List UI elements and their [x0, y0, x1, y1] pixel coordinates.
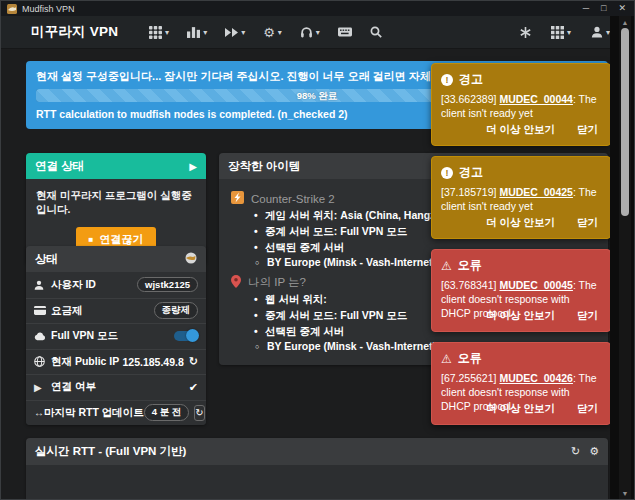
toast-msg-prefix: [67.255621]: [441, 372, 499, 384]
status-label: 요금제: [51, 304, 154, 318]
toast-message: [37.185719] MUDEC_00425: The client isn'…: [441, 185, 601, 213]
fast-forward-icon: [225, 27, 238, 38]
nav-keyboard-button[interactable]: [338, 27, 352, 37]
scroll-down-arrow[interactable]: ▼: [619, 487, 631, 499]
scrollbar-thumb[interactable]: [621, 28, 629, 216]
toast-msg-prefix: [63.768341]: [441, 279, 499, 291]
status-label: 연결 여부: [51, 380, 189, 394]
info-circle-icon: !: [441, 74, 453, 86]
chevron-down-icon: ▾: [165, 28, 169, 37]
error-code-link[interactable]: MUDEC_00045: [499, 279, 573, 291]
check-icon: ✔: [189, 381, 198, 394]
nav-stats-menu[interactable]: ▾: [187, 26, 207, 38]
cloud-icon: [34, 332, 51, 341]
status-label: Full VPN 모드: [51, 329, 174, 343]
connection-message: 현재 미꾸라지 프로그램이 실행중입니다.: [36, 189, 196, 217]
toast-header: ⚠ 오류: [441, 350, 601, 367]
map-pin-icon: [231, 275, 241, 290]
error-code-link[interactable]: MUDEC_00044: [499, 93, 573, 105]
chevron-down-icon: ▾: [567, 28, 571, 37]
nav-forward-menu[interactable]: ▾: [225, 27, 245, 38]
error-code-link[interactable]: MUDEC_00425: [499, 186, 573, 198]
nav-settings-menu[interactable]: ⚙ ▾: [263, 26, 282, 39]
nav-account-menu[interactable]: ▾: [591, 26, 610, 38]
close-toast-button[interactable]: 닫기: [577, 309, 598, 323]
status-row-connected: ▶ 연결 여부 ✔: [26, 374, 206, 400]
warning-triangle-icon: ⚠: [441, 353, 452, 365]
rtt-chart: 60 ms: [26, 465, 608, 500]
rtt-panel-title: 실시간 RTT - (Full VPN 기반): [35, 444, 186, 459]
minimize-button[interactable]: ─: [583, 1, 589, 16]
close-toast-button[interactable]: 닫기: [577, 402, 598, 416]
connection-panel-header: 연결 상태 ▶: [26, 153, 206, 179]
dont-show-again-button[interactable]: 더 이상 안보기: [486, 216, 555, 230]
toast-header: ⚠ 오류: [441, 257, 601, 274]
toast-title-text: 경고: [459, 164, 483, 181]
nav-support-menu[interactable]: ▾: [300, 26, 320, 38]
toggle-knob: [186, 329, 199, 342]
brand-title[interactable]: 미꾸라지 VPN: [31, 23, 118, 41]
status-row-last-rtt: ↔ 마지막 RTT 업데이트 4 분 전 ↻: [26, 400, 206, 426]
apps-grid-icon: [149, 26, 162, 39]
headset-icon: [300, 26, 313, 38]
bar-chart-icon: [187, 26, 200, 38]
toast-warning-2: ! 경고 [37.185719] MUDEC_00425: The client…: [431, 156, 611, 239]
refresh-icon[interactable]: ↻: [571, 445, 580, 458]
error-code-link[interactable]: MUDEC_00426: [499, 372, 573, 384]
toast-error-2: ⚠ 오류 [67.255621] MUDEC_00426: The client…: [431, 342, 611, 425]
vertical-scrollbar[interactable]: ▲ ▼: [619, 16, 631, 500]
toast-header: ! 경고: [441, 71, 601, 88]
user-icon: [591, 26, 603, 38]
keyboard-icon: [338, 27, 352, 37]
gear-icon: ⚙: [263, 26, 275, 39]
toast-msg-prefix: [33.662389]: [441, 93, 499, 105]
status-row-fullvpn-mode: Full VPN 모드: [26, 323, 206, 349]
mudfish-icon: [185, 252, 197, 266]
refresh-rtt-button[interactable]: ↻: [194, 405, 204, 421]
window-title: Mudfish VPN: [22, 4, 583, 14]
connection-panel-title: 연결 상태: [35, 159, 84, 174]
status-row-user-id: 사용자 ID wjstk2125: [26, 272, 206, 298]
warning-triangle-icon: ⚠: [441, 260, 452, 272]
toast-message: [33.662389] MUDEC_00044: The client isn'…: [441, 92, 601, 120]
close-toast-button[interactable]: 닫기: [577, 123, 598, 137]
chevron-down-icon: ▾: [241, 28, 245, 37]
cs2-game-icon: [231, 191, 244, 206]
grid-menu-icon: [551, 26, 564, 39]
disconnect-label: 연결끊기: [99, 232, 143, 247]
maximize-button[interactable]: □: [601, 1, 606, 16]
toast-title-text: 오류: [458, 350, 482, 367]
gear-icon[interactable]: ⚙: [589, 445, 599, 458]
status-label: 현재 Public IP: [51, 355, 122, 369]
nav-apps-menu[interactable]: ▾: [149, 26, 169, 39]
toast-title-text: 경고: [459, 71, 483, 88]
nav-grid-menu[interactable]: ▾: [551, 26, 571, 39]
nav-node-status-button[interactable]: [520, 27, 531, 38]
fullvpn-toggle[interactable]: [174, 331, 198, 341]
status-row-plan: 요금제 종량제: [26, 298, 206, 324]
close-toast-button[interactable]: 닫기: [577, 216, 598, 230]
dont-show-again-button[interactable]: 더 이상 안보기: [486, 309, 555, 323]
item-name: Counter-Strike 2: [251, 193, 335, 205]
refresh-icon[interactable]: ↻: [189, 355, 198, 368]
toast-warning-1: ! 경고 [33.662389] MUDEC_00044: The client…: [431, 63, 611, 146]
scroll-up-arrow[interactable]: ▲: [619, 16, 631, 28]
play-icon: ▶: [34, 382, 51, 393]
chevron-down-icon: ▾: [278, 28, 282, 37]
close-button[interactable]: ✕: [618, 1, 626, 16]
info-circle-icon: !: [441, 167, 453, 179]
dont-show-again-button[interactable]: 더 이상 안보기: [486, 123, 555, 137]
dont-show-again-button[interactable]: 더 이상 안보기: [486, 402, 555, 416]
nav-search-button[interactable]: [370, 26, 382, 38]
app-window: Mudfish VPN ─ □ ✕ 미꾸라지 VPN ▾ ▾ ▾ ⚙ ▾ ▾: [0, 0, 635, 500]
transfer-arrows-icon: ↔: [34, 407, 44, 418]
status-panel: 상태 사용자 ID wjstk2125 요금제 종량제 Full VPN 모드: [26, 246, 206, 425]
rtt-panel-header: 실시간 RTT - (Full VPN 기반) ↻ ⚙: [26, 438, 608, 465]
chevron-down-icon: ▾: [316, 28, 320, 37]
search-icon: [370, 26, 382, 38]
item-name: 나의 IP 는?: [248, 275, 306, 290]
toast-header: ! 경고: [441, 164, 601, 181]
public-ip-value: 125.185.49.8: [122, 356, 183, 368]
status-row-public-ip: 현재 Public IP 125.185.49.8 ↻: [26, 349, 206, 375]
status-label: 사용자 ID: [51, 278, 137, 292]
